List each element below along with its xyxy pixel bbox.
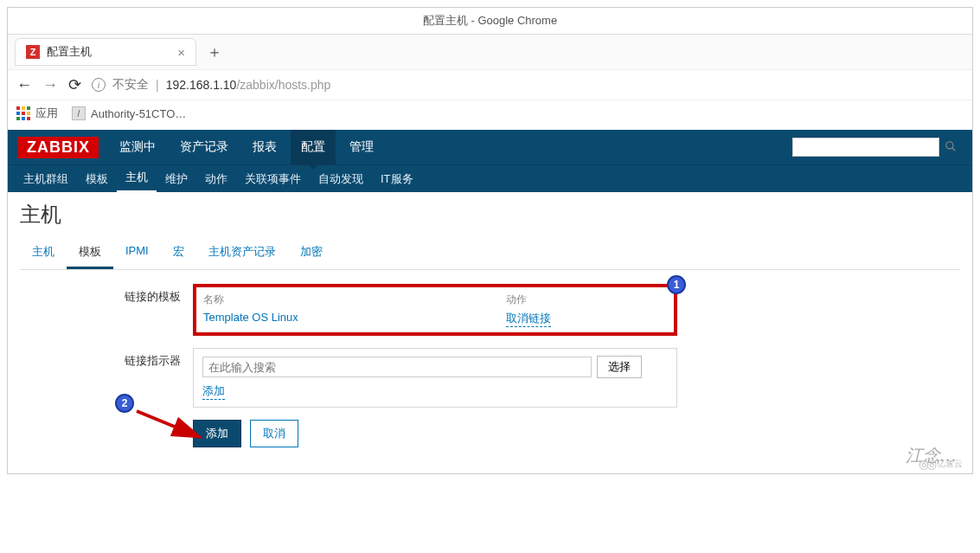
subnav-discovery[interactable]: 自动发现 bbox=[310, 165, 372, 193]
window-title: 配置主机 - Google Chrome bbox=[8, 8, 972, 35]
subnav-templates[interactable]: 模板 bbox=[77, 165, 117, 193]
close-icon[interactable]: × bbox=[177, 45, 185, 60]
search-icon[interactable] bbox=[939, 140, 962, 155]
url-host: 192.168.1.10 bbox=[166, 78, 237, 92]
nav-admin[interactable]: 管理 bbox=[339, 130, 384, 164]
annotation-2: 2 bbox=[115, 394, 134, 413]
bookmark-item[interactable]: / Authority-51CTO… bbox=[72, 106, 186, 120]
add-link[interactable]: 添加 bbox=[202, 383, 225, 400]
apps-label: 应用 bbox=[35, 106, 58, 121]
unlink-action[interactable]: 取消链接 bbox=[506, 311, 551, 327]
insecure-label: 不安全 bbox=[112, 77, 149, 93]
watermark-logo: ◎◎亿速云 bbox=[919, 457, 963, 471]
linked-templates-box: 1 名称 动作 Template OS Linux 取消链接 bbox=[193, 284, 677, 336]
header-name: 名称 bbox=[203, 293, 506, 307]
link-indicator-label: 链接指示器 bbox=[20, 348, 193, 369]
zabbix-logo[interactable]: ZABBIX bbox=[18, 137, 99, 158]
address-bar[interactable]: i 不安全 | 192.168.1.10/zabbix/hosts.php bbox=[92, 77, 964, 93]
subnav-correlation[interactable]: 关联项事件 bbox=[236, 165, 310, 193]
page-title: 主机 bbox=[20, 201, 960, 228]
linked-templates-label: 链接的模板 bbox=[20, 284, 193, 305]
svg-point-0 bbox=[946, 141, 953, 148]
subnav-hosts[interactable]: 主机 bbox=[117, 165, 157, 193]
tab-encryption[interactable]: 加密 bbox=[288, 237, 335, 269]
link-indicator-box: 选择 添加 bbox=[193, 348, 677, 408]
tab-templates[interactable]: 模板 bbox=[67, 237, 113, 269]
bookmark-label: Authority-51CTO… bbox=[91, 107, 186, 120]
host-tabs: 主机 模板 IPMI 宏 主机资产记录 加密 bbox=[20, 237, 960, 270]
page-body: 主机 主机 模板 IPMI 宏 主机资产记录 加密 链接的模板 1 名称 动作 … bbox=[8, 192, 972, 473]
url-path: /zabbix/hosts.php bbox=[236, 78, 330, 92]
info-icon[interactable]: i bbox=[92, 78, 106, 92]
tab-inventory[interactable]: 主机资产记录 bbox=[196, 237, 288, 269]
link-indicator-row: 链接指示器 选择 添加 bbox=[20, 348, 960, 408]
subnav-host-groups[interactable]: 主机群组 bbox=[15, 165, 77, 193]
tab-title: 配置主机 bbox=[47, 44, 92, 60]
header-action: 动作 bbox=[506, 293, 667, 307]
svg-line-1 bbox=[952, 147, 956, 151]
nav-inventory[interactable]: 资产记录 bbox=[170, 130, 239, 164]
nav-config[interactable]: 配置 bbox=[291, 130, 336, 164]
zabbix-main-nav: ZABBIX 监测中 资产记录 报表 配置 管理 bbox=[8, 130, 972, 164]
apps-icon bbox=[16, 106, 30, 120]
linked-template-row: Template OS Linux 取消链接 bbox=[203, 311, 667, 327]
annotation-1: 1 bbox=[667, 275, 686, 294]
template-search-input[interactable] bbox=[202, 357, 592, 377]
add-button[interactable]: 添加 bbox=[193, 420, 241, 447]
nav-monitoring[interactable]: 监测中 bbox=[109, 130, 166, 164]
subnav-maintenance[interactable]: 维护 bbox=[157, 165, 196, 193]
svg-line-2 bbox=[137, 411, 200, 437]
back-button[interactable]: ← bbox=[16, 76, 32, 94]
zabbix-sub-nav: 主机群组 模板 主机 维护 动作 关联项事件 自动发现 IT服务 bbox=[8, 164, 972, 192]
tab-macros[interactable]: 宏 bbox=[161, 237, 196, 269]
bookmark-favicon: / bbox=[72, 106, 86, 120]
bookmarks-bar: 应用 / Authority-51CTO… bbox=[8, 100, 972, 130]
tab-host[interactable]: 主机 bbox=[20, 237, 67, 269]
form-buttons: 2 添加 取消 bbox=[193, 420, 960, 447]
forward-button[interactable]: → bbox=[42, 76, 58, 94]
select-button[interactable]: 选择 bbox=[597, 356, 642, 378]
reload-button[interactable]: ⟳ bbox=[68, 75, 81, 94]
cancel-button[interactable]: 取消 bbox=[250, 420, 298, 447]
subnav-it-services[interactable]: IT服务 bbox=[372, 165, 422, 193]
browser-tab[interactable]: Z 配置主机 × bbox=[15, 38, 196, 66]
template-name-link[interactable]: Template OS Linux bbox=[203, 311, 506, 327]
separator: | bbox=[156, 78, 159, 92]
linked-templates-row: 链接的模板 1 名称 动作 Template OS Linux 取消链接 bbox=[20, 284, 960, 336]
tab-favicon: Z bbox=[26, 45, 40, 59]
subnav-actions[interactable]: 动作 bbox=[196, 165, 236, 193]
tab-ipmi[interactable]: IPMI bbox=[113, 237, 161, 269]
linked-templates-header: 名称 动作 bbox=[203, 293, 667, 307]
global-search bbox=[792, 138, 962, 157]
nav-reports[interactable]: 报表 bbox=[242, 130, 287, 164]
apps-button[interactable]: 应用 bbox=[16, 106, 58, 121]
browser-tab-bar: Z 配置主机 × ＋ bbox=[8, 35, 972, 69]
search-input[interactable] bbox=[792, 138, 939, 157]
address-bar-row: ← → ⟳ i 不安全 | 192.168.1.10/zabbix/hosts.… bbox=[8, 69, 972, 100]
new-tab-button[interactable]: ＋ bbox=[202, 42, 227, 62]
